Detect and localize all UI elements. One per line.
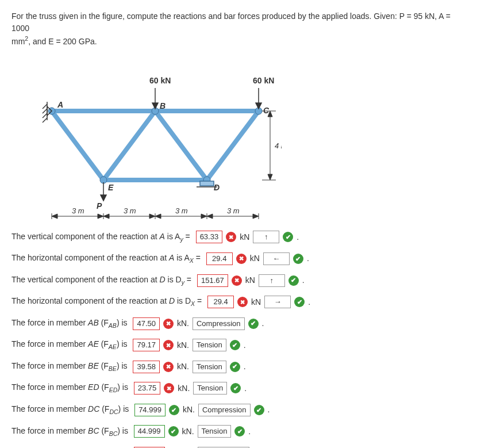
truss-svg: 60 kN 60 kN P 4 m A B C E D [29, 53, 282, 220]
svg-marker-46 [207, 214, 213, 219]
type-input[interactable]: Compression [193, 317, 245, 330]
unit-label: kN. [178, 382, 190, 395]
svg-marker-47 [253, 214, 259, 219]
svg-marker-41 [149, 214, 155, 219]
check-icon [248, 319, 259, 329]
check-icon [169, 405, 179, 415]
check-icon [168, 426, 179, 436]
answer-text: The force in member BC (FBC) is [11, 425, 130, 439]
node-e: E [108, 183, 114, 192]
value-input[interactable]: 47.50 [133, 317, 160, 330]
problem-statement: For the truss given in the figure, compu… [11, 10, 470, 48]
answer-text: The horizontal component of the reaction… [11, 252, 203, 266]
answer-text: The vertical component of the reaction a… [11, 231, 193, 244]
check-icon [283, 232, 293, 242]
check-icon [288, 275, 299, 286]
value-input[interactable]: 39.58 [133, 361, 160, 373]
force-60kn-c: 60 kN [253, 76, 274, 85]
dim-4m: 4 m [275, 141, 282, 150]
type-input[interactable]: Tension [193, 339, 226, 351]
problem-line1: For the truss given in the figure, compu… [11, 12, 451, 33]
check-icon [230, 383, 241, 393]
force-p: P [97, 201, 102, 210]
period: . [297, 231, 299, 243]
answer-row: The vertical component of the reaction a… [11, 274, 470, 288]
svg-line-13 [43, 104, 47, 109]
answer-text: The vertical component of the reaction a… [11, 274, 194, 288]
cross-icon [232, 275, 242, 286]
period: . [244, 382, 247, 395]
svg-line-3 [103, 111, 155, 180]
truss-figure: 60 kN 60 kN P 4 m A B C E D [29, 53, 282, 220]
period: . [307, 252, 309, 265]
value-input[interactable]: 44.999 [134, 425, 165, 438]
unit-label: kN [251, 296, 261, 308]
check-icon [230, 340, 240, 350]
svg-line-14 [43, 109, 47, 113]
answers-section: The vertical component of the reaction a… [11, 231, 470, 448]
value-input[interactable]: 151.67 [197, 274, 228, 287]
cross-icon [236, 254, 247, 264]
value-input[interactable]: 29.4 [207, 296, 234, 308]
unit-label: kN [245, 274, 255, 286]
svg-marker-44 [201, 214, 207, 219]
answer-row: The force in member AB (FAB) is 47.50kN.… [11, 317, 470, 331]
cross-icon [163, 362, 174, 372]
check-icon [293, 254, 303, 264]
value-input[interactable]: 23.75 [134, 382, 161, 395]
answer-row: The vertical component of the reaction a… [11, 231, 470, 244]
value-input[interactable]: 63.33 [196, 231, 223, 243]
value-input[interactable]: 29.4 [206, 252, 233, 265]
dim-3m-2: 3 m [124, 206, 136, 215]
svg-marker-37 [52, 214, 57, 219]
problem-line2-post: , and E = 200 GPa. [28, 37, 97, 46]
dim-3m-1: 3 m [72, 206, 84, 215]
cross-icon [226, 232, 236, 242]
unit-label: kN. [177, 317, 189, 330]
unit-label: kN. [183, 404, 195, 416]
answer-row: The force in member BE (FBE) is 39.58kN.… [11, 360, 470, 374]
answer-text: The force in member BE (FBE) is [11, 360, 129, 374]
svg-marker-25 [101, 195, 106, 201]
type-input[interactable]: Tension [193, 361, 226, 373]
answer-row: The force in member AE (FAE) is 79.17kN.… [11, 338, 470, 352]
type-input[interactable]: Tension [193, 382, 227, 395]
svg-line-16 [43, 118, 47, 122]
node-b: B [160, 101, 166, 110]
period: . [248, 426, 251, 438]
answer-text: The force in member AE (FAE) is [11, 338, 129, 352]
answer-row: The horizontal component of the reaction… [11, 252, 470, 266]
unit-label: kN. [182, 426, 194, 438]
problem-line2-pre: mm [11, 37, 25, 46]
direction-input[interactable]: ↑ [253, 231, 279, 243]
direction-input[interactable]: ↑ [259, 274, 285, 287]
svg-line-4 [155, 111, 207, 180]
force-60kn-b: 60 kN [149, 76, 171, 85]
cross-icon [163, 319, 174, 329]
answer-row: The force in member DC (FDC) is 74.999kN… [11, 403, 470, 417]
answer-text: The horizontal component of the reaction… [11, 295, 204, 309]
period: . [262, 317, 264, 330]
direction-input[interactable]: ← [263, 252, 290, 265]
period: . [244, 361, 246, 373]
svg-line-15 [43, 113, 47, 118]
unit-label: kN [250, 252, 260, 265]
value-input[interactable]: 79.17 [133, 339, 160, 351]
type-input[interactable]: Tension [198, 425, 232, 438]
type-input[interactable]: Compression [198, 404, 251, 416]
svg-line-5 [207, 111, 259, 180]
period: . [302, 274, 305, 286]
node-c: C [263, 106, 270, 115]
dim-3m-4: 3 m [227, 206, 240, 215]
dim-3m-3: 3 m [175, 206, 188, 215]
value-input[interactable]: 74.999 [134, 404, 166, 416]
check-icon [254, 405, 264, 415]
answer-text: The force in member ED (FED) is [11, 381, 130, 395]
node-d: D [214, 183, 220, 192]
answer-text: The force in member DC (FDC) is [11, 403, 131, 417]
svg-line-2 [52, 111, 103, 180]
svg-marker-23 [256, 103, 261, 109]
direction-input[interactable]: → [264, 296, 291, 308]
cross-icon [237, 297, 248, 307]
answer-row: The horizontal component of the reaction… [11, 295, 470, 309]
